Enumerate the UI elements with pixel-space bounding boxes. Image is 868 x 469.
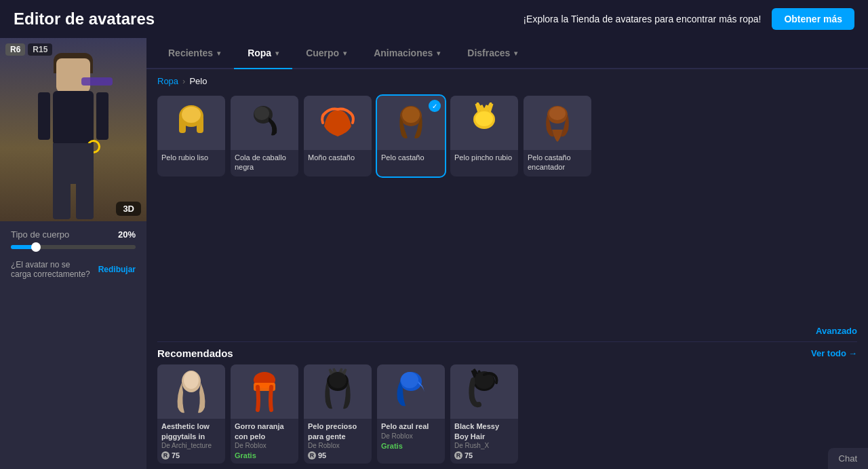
item-card-2[interactable]: Cola de caballo negra	[231, 96, 298, 176]
rec-author-3: De Roblox	[308, 442, 368, 449]
rec-price-3: R 95	[308, 451, 368, 459]
rec-image-1	[157, 364, 225, 419]
item-image-6	[524, 96, 591, 150]
rec-image-3	[304, 364, 372, 419]
r6-badge[interactable]: R6	[5, 43, 25, 56]
3d-badge: 3D	[116, 202, 141, 216]
rec-info-4: Pelo azul real De Roblox Gratis	[377, 419, 445, 453]
avatar-left-arm	[38, 92, 50, 140]
item-name-4: Pelo castaño	[377, 150, 445, 166]
rec-grid: Aesthetic low piggytails in De Archi_tec…	[157, 364, 857, 464]
rec-name-4: Pelo azul real	[381, 421, 441, 431]
rec-name-2: Gorro naranja con pelo	[235, 421, 294, 441]
body-type-section: Tipo de cuerpo 20%	[0, 221, 146, 255]
avatar-figure	[33, 52, 114, 208]
chevron-down-icon: ▾	[217, 50, 220, 57]
item-card-6[interactable]: Pelo castaño encantador	[524, 96, 591, 176]
rec-hair-icon-2	[244, 368, 285, 415]
breadcrumb-separator: ›	[182, 76, 185, 86]
svg-point-3	[182, 107, 201, 123]
rec-info-2: Gorro naranja con pelo De Roblox Gratis	[231, 419, 298, 464]
obtain-more-button[interactable]: Obtener más	[772, 8, 854, 30]
item-name-6: Pelo castaño encantador	[524, 150, 591, 176]
robux-icon-3: R	[308, 451, 316, 459]
rec-price-2: Gratis	[235, 451, 294, 459]
robux-icon-1: R	[161, 451, 170, 459]
hair-icon-2	[244, 102, 285, 143]
rec-info-1: Aesthetic low piggytails in De Archi_tec…	[157, 419, 225, 464]
item-name-2: Cola de caballo negra	[231, 150, 298, 176]
svg-point-11	[549, 107, 566, 120]
avanzado-row: Avanzado	[146, 323, 868, 341]
rec-card-3[interactable]: Pelo precioso para gente De Roblox R 95	[304, 364, 372, 464]
rec-name-3: Pelo precioso para gente	[308, 421, 368, 441]
price-free-2: Gratis	[235, 451, 256, 459]
rec-hair-icon-4	[391, 368, 431, 415]
rec-image-2	[231, 364, 298, 419]
items-grid: Pelo rubio liso Cola de caballo negra	[157, 96, 857, 176]
rec-card-4[interactable]: Pelo azul real De Roblox Gratis	[377, 364, 445, 464]
rec-author-5: De Rush_X	[454, 442, 514, 449]
hair-icon-4	[391, 102, 431, 143]
item-card-4[interactable]: ✓ Pelo castaño	[377, 96, 445, 176]
tab-disfraces[interactable]: Disfraces ▾	[454, 38, 531, 69]
top-bar: Editor de avatares ¡Explora la Tienda de…	[0, 0, 868, 38]
svg-point-9	[475, 111, 493, 126]
rec-price-4: Gratis	[381, 442, 441, 450]
rec-author-1: De Archi_tecture	[161, 442, 221, 449]
ver-todo-button[interactable]: Ver todo →	[811, 348, 857, 358]
avatar-error-section: ¿El avatar no se carga correctamente? Re…	[0, 255, 146, 284]
slider-thumb[interactable]	[31, 242, 41, 252]
rec-price-1: R 75	[161, 451, 221, 459]
price-value-1: 75	[172, 451, 180, 459]
price-value-5: 75	[465, 451, 473, 459]
item-name-5: Pelo pincho rubio	[450, 150, 518, 166]
arrow-right-icon: →	[848, 348, 857, 358]
rec-name-5: Black Messy Boy Hair	[454, 421, 514, 441]
body-type-slider-track[interactable]	[11, 245, 136, 249]
hair-icon-6	[537, 102, 578, 143]
avatar-left-leg	[53, 182, 71, 219]
rec-hair-icon-3	[317, 368, 358, 415]
rec-card-2[interactable]: Gorro naranja con pelo De Roblox Gratis	[231, 364, 298, 464]
item-card-5[interactable]: Pelo pincho rubio	[450, 96, 518, 176]
rec-image-5	[450, 364, 518, 419]
item-name-3: Moño castaño	[304, 150, 372, 166]
rec-info-3: Pelo precioso para gente De Roblox R 95	[304, 419, 372, 464]
tab-recientes[interactable]: Recientes ▾	[155, 38, 234, 69]
recomendados-section: Recomendados Ver todo →	[146, 341, 868, 469]
avatar-error-text: ¿El avatar no se carga correctamente?	[11, 260, 93, 279]
avanzado-button[interactable]: Avanzado	[816, 326, 857, 336]
item-card-1[interactable]: Pelo rubio liso	[157, 96, 225, 176]
chat-bar[interactable]: Chat	[828, 448, 868, 469]
item-selected-check-4: ✓	[429, 100, 441, 112]
chevron-down-icon: ▾	[343, 50, 347, 57]
rec-name-1: Aesthetic low piggytails in	[161, 421, 221, 441]
right-panel: Recientes ▾ Ropa ▾ Cuerpo ▾ Animaciones …	[146, 38, 868, 469]
chevron-down-icon: ▾	[437, 50, 440, 57]
tab-cuerpo[interactable]: Cuerpo ▾	[292, 38, 360, 69]
tab-animaciones[interactable]: Animaciones ▾	[360, 38, 454, 69]
item-image-1	[157, 96, 225, 150]
item-card-3[interactable]: Moño castaño	[304, 96, 372, 176]
main-layout: R6 R15 3D Tipo	[0, 38, 868, 469]
items-section: Pelo rubio liso Cola de caballo negra	[146, 90, 868, 323]
breadcrumb: Ropa › Pelo	[146, 69, 868, 90]
rec-hair-icon-5	[464, 368, 505, 415]
breadcrumb-parent[interactable]: Ropa	[157, 76, 178, 86]
hair-icon-3	[317, 102, 358, 143]
item-image-5	[450, 96, 518, 150]
rec-card-1[interactable]: Aesthetic low piggytails in De Archi_tec…	[157, 364, 225, 464]
avatar-pants	[53, 143, 94, 184]
chat-label: Chat	[839, 453, 857, 464]
redraw-button[interactable]: Redibujar	[98, 265, 136, 274]
svg-point-5	[254, 107, 269, 120]
recomendados-title: Recomendados	[157, 348, 233, 359]
price-value-3: 95	[318, 451, 326, 459]
tab-ropa[interactable]: Ropa ▾	[234, 38, 292, 69]
svg-point-17	[329, 372, 347, 388]
hair-icon-1	[171, 102, 212, 143]
page-title: Editor de avatares	[14, 10, 155, 29]
rec-card-5[interactable]: Black Messy Boy Hair De Rush_X R 75	[450, 364, 518, 464]
avatar-body	[53, 91, 94, 145]
